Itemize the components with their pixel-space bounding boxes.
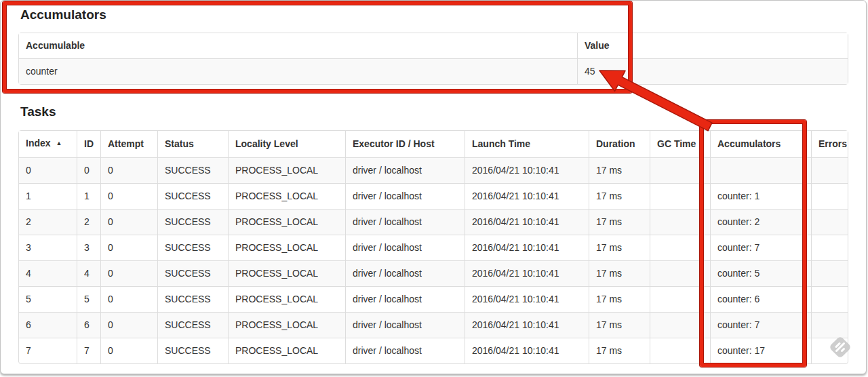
column-header-label: Errors xyxy=(818,138,847,149)
table-cell: 2016/04/21 10:10:41 xyxy=(465,157,589,183)
table-cell: counter xyxy=(19,58,577,84)
table-cell xyxy=(811,209,848,235)
table-cell xyxy=(650,209,710,235)
column-header-label: ID xyxy=(84,138,94,149)
table-cell: PROCESS_LOCAL xyxy=(228,286,345,312)
column-header-label: Index xyxy=(26,138,51,148)
column-header-label: Status xyxy=(165,138,194,149)
table-cell xyxy=(650,338,710,363)
table-cell: PROCESS_LOCAL xyxy=(228,235,345,260)
table-cell: driver / localhost xyxy=(345,286,465,312)
table-cell xyxy=(650,157,710,183)
table-cell: 1 xyxy=(19,183,77,209)
column-header-value: Value xyxy=(577,33,848,58)
table-cell: 7 xyxy=(19,338,77,363)
column-header-attempt[interactable]: Attempt xyxy=(100,131,157,157)
table-cell: driver / localhost xyxy=(345,312,465,338)
table-cell: SUCCESS xyxy=(157,235,228,260)
table-cell: PROCESS_LOCAL xyxy=(228,209,345,235)
table-cell xyxy=(811,286,848,312)
table-cell xyxy=(710,157,811,183)
column-header-label: Value xyxy=(585,40,610,51)
table-cell xyxy=(811,338,848,363)
column-header-accumulable: Accumulable xyxy=(19,33,577,58)
table-cell: 4 xyxy=(77,260,100,286)
table-cell xyxy=(811,235,848,260)
table-cell: PROCESS_LOCAL xyxy=(228,260,345,286)
table-cell: 5 xyxy=(77,286,100,312)
table-cell: counter: 5 xyxy=(710,260,811,286)
column-header-label: Launch Time xyxy=(472,138,530,149)
column-header-id[interactable]: ID xyxy=(77,131,100,157)
table-cell: 0 xyxy=(100,312,157,338)
accumulators-table: AccumulableValue counter45 xyxy=(19,33,848,84)
column-header-locality-level[interactable]: Locality Level xyxy=(228,131,345,157)
table-cell xyxy=(650,260,710,286)
column-header-duration[interactable]: Duration xyxy=(589,131,650,157)
tasks-header-row: Index▲IDAttemptStatusLocality LevelExecu… xyxy=(19,131,848,157)
table-cell: 4 xyxy=(19,260,77,286)
table-cell: 3 xyxy=(19,235,77,260)
table-cell: 2016/04/21 10:10:41 xyxy=(465,235,589,260)
table-cell: PROCESS_LOCAL xyxy=(228,312,345,338)
column-header-errors[interactable]: Errors xyxy=(811,131,848,157)
column-header-launch-time[interactable]: Launch Time xyxy=(465,131,589,157)
table-cell: 2016/04/21 10:10:41 xyxy=(465,312,589,338)
table-cell: counter: 6 xyxy=(710,286,811,312)
table-cell: driver / localhost xyxy=(345,235,465,260)
table-cell: 17 ms xyxy=(589,235,650,260)
table-cell: driver / localhost xyxy=(345,209,465,235)
spark-ui-stage-page: Accumulators AccumulableValue counter45 … xyxy=(0,0,867,374)
table-cell: counter: 2 xyxy=(710,209,811,235)
table-cell: SUCCESS xyxy=(157,260,228,286)
table-cell: 0 xyxy=(100,209,157,235)
table-cell: SUCCESS xyxy=(157,338,228,363)
tasks-table: Index▲IDAttemptStatusLocality LevelExecu… xyxy=(19,131,848,363)
table-cell: 2016/04/21 10:10:41 xyxy=(465,209,589,235)
table-cell: 0 xyxy=(19,157,77,183)
table-cell: 0 xyxy=(100,235,157,260)
tasks-table-wrap: Index▲IDAttemptStatusLocality LevelExecu… xyxy=(18,130,848,364)
table-row: 440SUCCESSPROCESS_LOCALdriver / localhos… xyxy=(19,260,848,286)
column-header-accumulators[interactable]: Accumulators xyxy=(710,131,811,157)
column-header-status[interactable]: Status xyxy=(157,131,228,157)
column-header-label: Executor ID / Host xyxy=(353,138,435,149)
table-cell xyxy=(811,312,848,338)
table-row: 000SUCCESSPROCESS_LOCALdriver / localhos… xyxy=(19,157,848,183)
table-cell: counter: 7 xyxy=(710,235,811,260)
table-cell: counter: 17 xyxy=(710,338,811,363)
column-header-label: Accumulable xyxy=(26,40,85,51)
table-cell: 2 xyxy=(19,209,77,235)
table-cell: 7 xyxy=(77,338,100,363)
table-cell: 0 xyxy=(77,157,100,183)
table-cell: 0 xyxy=(100,338,157,363)
column-header-executor-id-host[interactable]: Executor ID / Host xyxy=(345,131,465,157)
table-cell: driver / localhost xyxy=(345,260,465,286)
table-row: 330SUCCESSPROCESS_LOCALdriver / localhos… xyxy=(19,235,848,260)
table-cell: PROCESS_LOCAL xyxy=(228,338,345,363)
column-header-label: Accumulators xyxy=(717,138,781,149)
table-cell: SUCCESS xyxy=(157,286,228,312)
table-cell xyxy=(650,312,710,338)
table-cell: 2016/04/21 10:10:41 xyxy=(465,338,589,363)
table-cell xyxy=(650,183,710,209)
table-cell: 17 ms xyxy=(589,183,650,209)
page-content: Accumulators AccumulableValue counter45 … xyxy=(1,1,866,364)
table-cell: 0 xyxy=(100,157,157,183)
accumulators-header-row: AccumulableValue xyxy=(19,33,848,58)
tasks-section-title: Tasks xyxy=(20,104,848,119)
column-header-label: Attempt xyxy=(108,138,144,149)
table-cell: 17 ms xyxy=(589,312,650,338)
column-header-label: GC Time xyxy=(657,138,696,149)
table-cell: 17 ms xyxy=(589,209,650,235)
table-row: 770SUCCESSPROCESS_LOCALdriver / localhos… xyxy=(19,338,848,363)
column-header-index[interactable]: Index▲ xyxy=(19,131,77,157)
table-cell: 5 xyxy=(19,286,77,312)
table-cell: 3 xyxy=(77,235,100,260)
column-header-gc-time[interactable]: GC Time xyxy=(650,131,710,157)
table-cell: 2016/04/21 10:10:41 xyxy=(465,286,589,312)
table-cell xyxy=(811,260,848,286)
table-cell: 2016/04/21 10:10:41 xyxy=(465,260,589,286)
table-row: 660SUCCESSPROCESS_LOCALdriver / localhos… xyxy=(19,312,848,338)
accumulators-section-title: Accumulators xyxy=(20,7,848,22)
